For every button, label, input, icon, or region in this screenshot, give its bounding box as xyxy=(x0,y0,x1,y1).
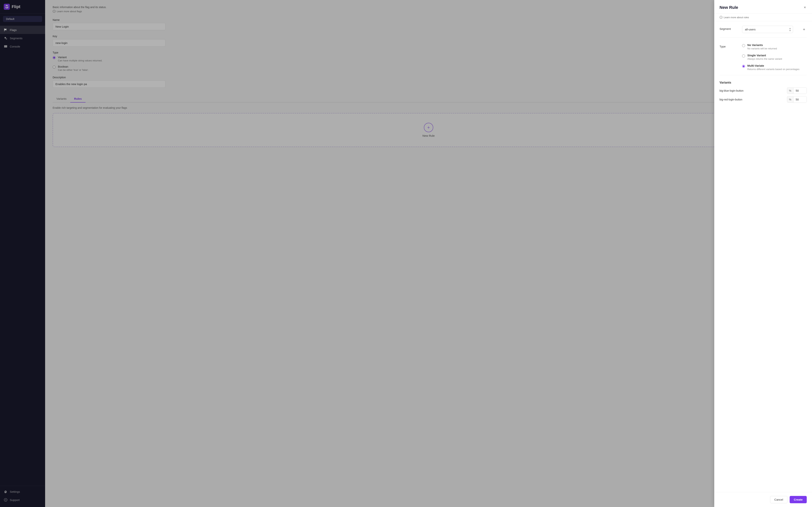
variants-title: Variants xyxy=(719,81,807,84)
variant-percent-wrapper-1: % xyxy=(787,96,807,103)
variant-row-0: big-blue-login-button % xyxy=(719,87,807,94)
panel-footer: Cancel Create xyxy=(714,492,812,507)
no-variants-radio[interactable] xyxy=(742,44,745,47)
segment-select[interactable]: all-users beta-users internal xyxy=(742,26,793,33)
single-variant-desc: Always returns the same variant xyxy=(747,57,782,60)
panel-help-icon: ? xyxy=(719,16,722,19)
single-variant-label: Single Variant xyxy=(747,54,782,57)
multi-variate-option[interactable]: Multi-Variate Returns different variants… xyxy=(742,64,807,71)
multi-variate-label: Multi-Variate xyxy=(747,64,799,67)
segment-row: Segment all-users beta-users internal ▲▼… xyxy=(719,26,807,38)
type-row: Type No Variants No variants will be ret… xyxy=(719,43,807,75)
new-rule-panel: New Rule × ? Learn more about rules Segm… xyxy=(714,0,812,507)
svg-text:?: ? xyxy=(720,16,721,18)
variant-name-0: big-blue-login-button xyxy=(719,89,785,92)
create-button[interactable]: Create xyxy=(790,496,807,503)
panel-learn-more[interactable]: ? Learn more about rules xyxy=(714,13,812,21)
panel-header: New Rule × xyxy=(714,0,812,13)
modal-overlay[interactable] xyxy=(0,0,812,507)
type-row-content: No Variants No variants will be returned… xyxy=(742,43,807,71)
no-variants-label: No Variants xyxy=(747,43,777,47)
panel-body: Segment all-users beta-users internal ▲▼… xyxy=(714,21,812,492)
add-segment-button[interactable]: + xyxy=(801,26,807,33)
segment-content: all-users beta-users internal ▲▼ + xyxy=(742,26,807,33)
variant-percent-input-1[interactable] xyxy=(794,96,807,103)
type-options: No Variants No variants will be returned… xyxy=(742,43,807,71)
segment-select-wrapper: all-users beta-users internal ▲▼ xyxy=(742,26,800,33)
single-variant-option[interactable]: Single Variant Always returns the same v… xyxy=(742,54,807,60)
panel-close-button[interactable]: × xyxy=(803,4,807,10)
type-row-label: Type xyxy=(719,43,738,48)
segment-select-row: all-users beta-users internal ▲▼ + xyxy=(742,26,807,33)
panel-learn-more-label: Learn more about rules xyxy=(724,16,749,19)
variant-name-1: big-red-login-button xyxy=(719,98,785,101)
multi-variate-desc: Returns different variants based on perc… xyxy=(747,68,799,71)
no-variants-desc: No variants will be returned xyxy=(747,47,777,50)
percent-label-0: % xyxy=(787,88,794,94)
single-variant-radio[interactable] xyxy=(742,54,745,57)
variant-percent-wrapper-0: % xyxy=(787,87,807,94)
multi-variate-radio[interactable] xyxy=(742,65,745,68)
variants-section: Variants big-blue-login-button % big-red… xyxy=(719,81,807,103)
panel-title: New Rule xyxy=(719,5,738,10)
cancel-button[interactable]: Cancel xyxy=(770,496,788,503)
no-variants-option[interactable]: No Variants No variants will be returned xyxy=(742,43,807,50)
segment-label: Segment xyxy=(719,26,738,31)
variant-row-1: big-red-login-button % xyxy=(719,96,807,103)
variant-percent-input-0[interactable] xyxy=(794,88,807,94)
percent-label-1: % xyxy=(787,97,794,103)
